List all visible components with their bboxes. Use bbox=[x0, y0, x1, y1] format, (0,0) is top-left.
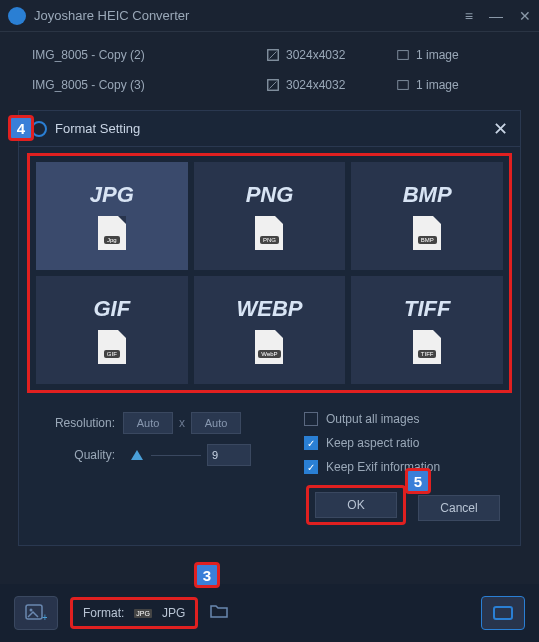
format-setting-dialog: Format Setting ✕ JPGJpg PNGPNG BMPBMP GI… bbox=[18, 110, 521, 546]
file-name: IMG_8005 - Copy (2) bbox=[16, 48, 266, 62]
file-icon: BMP bbox=[413, 216, 441, 250]
dialog-header: Format Setting ✕ bbox=[19, 111, 520, 147]
format-webp[interactable]: WEBPWebP bbox=[194, 276, 346, 384]
settings-panel: Resolution: x Quality: 9 Output all imag… bbox=[19, 399, 520, 483]
callout-3: 3 bbox=[194, 562, 220, 588]
format-ext-badge: JPG bbox=[134, 609, 152, 618]
dimension-icon bbox=[266, 48, 280, 62]
svg-text:+: + bbox=[42, 612, 47, 622]
svg-line-1 bbox=[270, 52, 277, 59]
file-dim: 3024x4032 bbox=[286, 48, 345, 62]
cancel-button[interactable]: Cancel bbox=[418, 495, 500, 521]
resolution-label: Resolution: bbox=[35, 416, 115, 430]
convert-button[interactable] bbox=[481, 596, 525, 630]
format-selector[interactable]: Format: JPG JPG bbox=[70, 597, 198, 629]
dimension-icon bbox=[266, 78, 280, 92]
svg-rect-9 bbox=[494, 607, 512, 619]
folder-icon[interactable] bbox=[210, 604, 228, 622]
exif-checkbox[interactable]: ✓ bbox=[304, 460, 318, 474]
format-grid: JPGJpg PNGPNG BMPBMP GIFGIF WEBPWebP TIF… bbox=[36, 162, 503, 384]
file-row[interactable]: IMG_8005 - Copy (2) 3024x4032 1 image bbox=[16, 40, 523, 70]
quality-label: Quality: bbox=[35, 448, 115, 462]
format-label: PNG bbox=[246, 182, 294, 208]
file-count: 1 image bbox=[416, 78, 459, 92]
file-row[interactable]: IMG_8005 - Copy (3) 3024x4032 1 image bbox=[16, 70, 523, 100]
x-separator: x bbox=[179, 416, 185, 430]
format-gif[interactable]: GIFGIF bbox=[36, 276, 188, 384]
format-label: JPG bbox=[90, 182, 134, 208]
add-image-icon: + bbox=[25, 604, 47, 622]
close-icon[interactable]: ✕ bbox=[519, 8, 531, 24]
svg-rect-2 bbox=[398, 51, 409, 60]
output-all-checkbox[interactable] bbox=[304, 412, 318, 426]
quality-spinner[interactable]: 9 bbox=[207, 444, 251, 466]
format-label: WEBP bbox=[236, 296, 302, 322]
menu-icon[interactable]: ≡ bbox=[465, 8, 473, 24]
image-icon bbox=[396, 78, 410, 92]
file-count: 1 image bbox=[416, 48, 459, 62]
file-icon: PNG bbox=[255, 216, 283, 250]
format-label: GIF bbox=[93, 296, 130, 322]
resolution-height-input[interactable] bbox=[191, 412, 241, 434]
format-value: JPG bbox=[162, 606, 185, 620]
file-list: IMG_8005 - Copy (2) 3024x4032 1 image IM… bbox=[0, 32, 539, 100]
file-icon: TIFF bbox=[413, 330, 441, 364]
quality-slider-track[interactable] bbox=[151, 455, 201, 456]
file-icon: Jpg bbox=[98, 216, 126, 250]
chk-label: Output all images bbox=[326, 412, 419, 426]
convert-icon bbox=[492, 605, 514, 621]
aspect-ratio-checkbox[interactable]: ✓ bbox=[304, 436, 318, 450]
resolution-width-input[interactable] bbox=[123, 412, 173, 434]
app-title: Joyoshare HEIC Converter bbox=[34, 8, 465, 23]
footer-bar: + Format: JPG JPG bbox=[0, 584, 539, 642]
chk-label: Keep aspect ratio bbox=[326, 436, 419, 450]
file-dim: 3024x4032 bbox=[286, 78, 345, 92]
format-label: Format: bbox=[83, 606, 124, 620]
ok-button[interactable]: OK bbox=[315, 492, 397, 518]
app-logo-icon bbox=[8, 7, 26, 25]
callout-5: 5 bbox=[405, 468, 431, 494]
file-icon: WebP bbox=[255, 330, 283, 364]
image-icon bbox=[396, 48, 410, 62]
format-tiff[interactable]: TIFFTIFF bbox=[351, 276, 503, 384]
format-bmp[interactable]: BMPBMP bbox=[351, 162, 503, 270]
formats-highlight: JPGJpg PNGPNG BMPBMP GIFGIF WEBPWebP TIF… bbox=[27, 153, 512, 393]
format-label: BMP bbox=[403, 182, 452, 208]
minimize-icon[interactable]: — bbox=[489, 8, 503, 24]
dialog-close-icon[interactable]: ✕ bbox=[493, 118, 508, 140]
dialog-title: Format Setting bbox=[55, 121, 493, 136]
svg-line-4 bbox=[270, 82, 277, 89]
file-icon: GIF bbox=[98, 330, 126, 364]
format-jpg[interactable]: JPGJpg bbox=[36, 162, 188, 270]
format-label: TIFF bbox=[404, 296, 450, 322]
svg-point-7 bbox=[30, 609, 33, 612]
dialog-buttons: OK Cancel bbox=[19, 483, 520, 545]
format-png[interactable]: PNGPNG bbox=[194, 162, 346, 270]
callout-4: 4 bbox=[8, 115, 34, 141]
file-name: IMG_8005 - Copy (3) bbox=[16, 78, 266, 92]
svg-rect-5 bbox=[398, 81, 409, 90]
quality-slider-icon[interactable] bbox=[131, 450, 143, 460]
add-image-button[interactable]: + bbox=[14, 596, 58, 630]
titlebar: Joyoshare HEIC Converter ≡ — ✕ bbox=[0, 0, 539, 32]
ok-highlight: OK bbox=[306, 485, 406, 525]
